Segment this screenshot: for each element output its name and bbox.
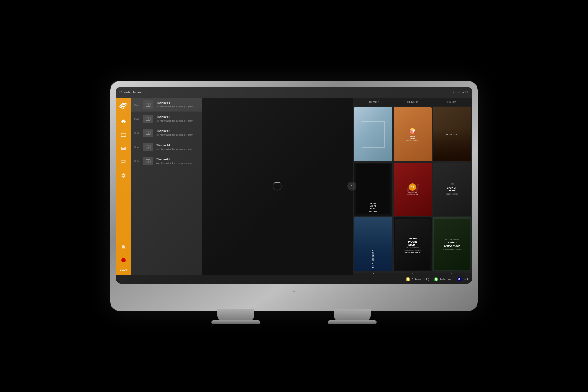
- movie-card-4[interactable]: VIENNALIGHTSMOVIEFESTIVAL: [354, 163, 392, 217]
- channel-item-4[interactable]: 004 Channel 4 No information for current…: [131, 140, 202, 154]
- channel-info-5: Channel 5 No information for current pro…: [156, 158, 198, 164]
- outdoor-title: OutdoorMovie Night: [444, 241, 460, 248]
- channel-thumb-1: [143, 100, 153, 109]
- sidebar-logo[interactable]: [118, 100, 129, 111]
- channel-num-4: 004: [134, 145, 141, 149]
- channel-num-2: 002: [134, 117, 141, 120]
- demo-tab-3[interactable]: DEMO 2: [432, 100, 470, 104]
- channel-name-1: Channel 1: [156, 101, 198, 105]
- sidebar-settings-icon[interactable]: [118, 170, 129, 181]
- ladies-theme: BUSINESS THEME: B CLASSIC: [404, 249, 421, 251]
- sidebar-film-icon[interactable]: [118, 143, 129, 154]
- channel-num-1: 001: [134, 103, 141, 106]
- options-label: Options (Hold): [411, 278, 429, 281]
- movie-card-6[interactable]: 2018 BACK OFTHE NET ★★★ ★★★: [433, 163, 471, 217]
- header-provider: Provider Name: [119, 90, 453, 94]
- back-label: back: [463, 278, 469, 281]
- movie-title-4: VIENNALIGHTSMOVIEFESTIVAL: [369, 202, 378, 213]
- sidebar: 01:06: [116, 98, 131, 275]
- fullscreen-icon: ⬤: [434, 277, 438, 281]
- demo-tab-2[interactable]: DEMO 2: [394, 100, 432, 104]
- channel-thumb-3: [143, 129, 153, 137]
- channel-item-1[interactable]: 001 Channel 1 No information for current…: [131, 98, 202, 112]
- channel-item-3[interactable]: 003 Channel 3 No information for current…: [131, 126, 202, 140]
- right-panel: › DEMO 1 DEMO 2 DEMO 2: [353, 98, 472, 275]
- loading-spinner: [273, 182, 282, 191]
- movies-grid: 🍿 MOVIENIGHT PLEASE STEP ASIDE RUINS: [353, 106, 472, 273]
- next-arrow[interactable]: ›: [347, 182, 356, 191]
- tv-screen: Provider Name Channel 1: [116, 87, 472, 284]
- channel-info-1: Channel 1 No information for current pro…: [156, 101, 198, 108]
- channel-list: 001 Channel 1 No information for current…: [131, 98, 202, 275]
- movie-card-8[interactable]: LADIES FILM FESTIVAL LADIESMOVIENIGHT 11…: [394, 217, 432, 271]
- tv-stand-leg-right: [334, 309, 371, 322]
- movie-title-2: MOVIENIGHT: [410, 135, 415, 140]
- sidebar-radio-icon[interactable]: [118, 156, 129, 168]
- tv-stand-base-left: [211, 320, 260, 324]
- channel-item-5[interactable]: 005 Channel 5 No information for current…: [131, 154, 202, 168]
- outdoor-sub: OUTDOOR MOVIE EXPERIENCE: [443, 248, 461, 250]
- movie-card-1[interactable]: [354, 107, 392, 161]
- back-button[interactable]: ↺ back: [457, 277, 469, 281]
- channel-item-2[interactable]: 002 Channel 2 No information for current…: [131, 112, 202, 126]
- video-area: [202, 98, 353, 275]
- ladies-style: BLACK AND WHITE: [405, 251, 420, 253]
- sidebar-time: 01:06: [120, 268, 127, 273]
- movie-title-3: RUINS: [446, 133, 458, 136]
- record-dot: [121, 258, 126, 262]
- tv-power-dot: [293, 291, 295, 292]
- sidebar-home-icon[interactable]: [118, 116, 129, 127]
- channel-desc-5: No information for current program: [156, 162, 198, 164]
- movie-card-7[interactable]: THE UPSIDE: [354, 217, 392, 271]
- channel-desc-4: No information for current program: [156, 148, 198, 150]
- svg-point-0: [123, 108, 124, 109]
- options-icon: ⬤: [406, 277, 410, 281]
- tv-stand-base-right: [328, 320, 377, 324]
- header: Provider Name Channel 1: [116, 87, 472, 98]
- ladies-title: LADIESMOVIENIGHT: [407, 237, 417, 247]
- outdoor-presenter: LATEST FILM PRESENTS: [445, 239, 459, 240]
- fullscreen-label: Fullscreen: [439, 278, 452, 281]
- movie-title-7: THE UPSIDE: [372, 249, 374, 268]
- sidebar-record-icon[interactable]: [118, 255, 129, 266]
- channel-num-5: 005: [134, 160, 141, 163]
- header-channel: Channel 1: [453, 90, 469, 94]
- channel-name-4: Channel 4: [156, 144, 198, 147]
- ladies-date: 11TH NOVEMBER 2023: [406, 247, 419, 249]
- channel-name-5: Channel 5: [156, 158, 198, 161]
- movie-card-2[interactable]: 🍿 MOVIENIGHT PLEASE STEP ASIDE: [394, 107, 432, 161]
- app-container: Provider Name Channel 1: [116, 87, 472, 284]
- back-icon: ↺: [457, 277, 462, 281]
- channel-desc-1: No information for current program: [156, 105, 198, 108]
- channel-info-4: Channel 4 No information for current pro…: [156, 144, 198, 150]
- indicator-1: [373, 273, 374, 274]
- tv-stand-legs: [217, 309, 371, 322]
- indicator-2: [412, 273, 413, 274]
- content-area: 01:06 001 Channel 1 No information for c…: [116, 98, 472, 275]
- movie-subtitle-2: PLEASE STEP ASIDE: [406, 140, 419, 141]
- channel-thumb-2: [143, 115, 153, 123]
- movie-ci-text: Ci: [406, 183, 419, 196]
- channel-info-2: Channel 2 No information for current pro…: [156, 115, 198, 122]
- channel-name-2: Channel 2: [156, 115, 198, 119]
- channel-desc-3: No information for current program: [156, 134, 198, 136]
- demo-tabs-header: DEMO 1 DEMO 2 DEMO 2: [353, 98, 472, 106]
- channel-info-3: Channel 3 No information for current pro…: [156, 130, 198, 136]
- movie-card-3[interactable]: RUINS: [433, 107, 471, 161]
- tv-stand: [217, 309, 371, 325]
- channel-num-3: 003: [134, 131, 141, 134]
- channel-thumb-5: [143, 157, 153, 165]
- movie-title-6: BACK OFTHE NET: [447, 187, 457, 192]
- sidebar-bell-icon[interactable]: [118, 241, 129, 252]
- channel-desc-2: No information for current program: [156, 119, 198, 122]
- movie-year: 2018: [450, 183, 454, 185]
- movie-card-5[interactable]: Ci 10 ANNIVERSARYSPECIAL EDITION: [394, 163, 432, 217]
- demo-tab-1[interactable]: DEMO 1: [355, 100, 394, 104]
- bottom-bar: ⬤ Options (Hold) ⬤ Fullscreen ↺ back: [116, 275, 472, 284]
- tv-stand-leg-left: [217, 309, 254, 322]
- movie-card-9[interactable]: LATEST FILM PRESENTS OutdoorMovie Night …: [433, 217, 471, 271]
- fullscreen-button[interactable]: ⬤ Fullscreen: [434, 277, 452, 281]
- channel-thumb-4: [143, 143, 153, 151]
- sidebar-tv-icon[interactable]: [118, 130, 129, 141]
- options-button[interactable]: ⬤ Options (Hold): [406, 277, 429, 281]
